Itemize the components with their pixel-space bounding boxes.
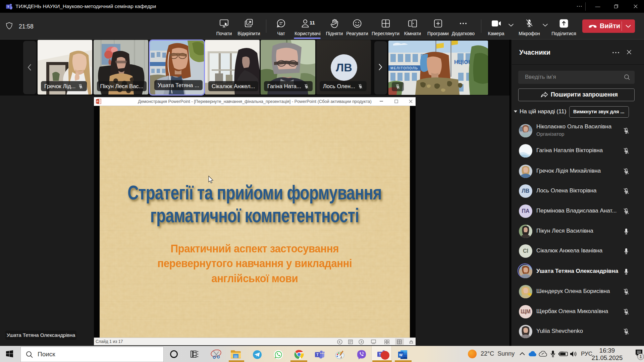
svg-text:T: T xyxy=(7,5,9,8)
svg-text:МЕЛІТОПОЛЬ: МЕЛІТОПОЛЬ xyxy=(390,66,418,70)
svg-text:W: W xyxy=(399,353,403,357)
svg-text:T: T xyxy=(316,353,318,357)
svg-text:11: 11 xyxy=(310,20,315,25)
